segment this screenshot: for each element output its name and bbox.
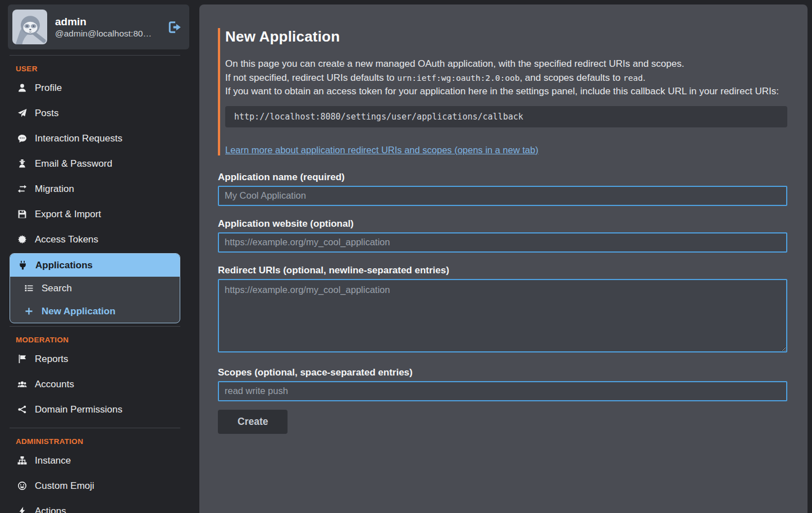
application-name-field: Application name (required): [218, 172, 787, 206]
section-label-user: USER: [16, 65, 190, 73]
intro-line-3: If you want to obtain an access token fo…: [225, 86, 779, 97]
sidebar-item-custom-emoji[interactable]: Custom Emoji: [0, 473, 190, 498]
applications-nav-group: Applications Search New Application: [10, 253, 180, 323]
sidebar-item-label: Email & Password: [35, 157, 112, 170]
sidebar-item-label: Access Tokens: [35, 233, 98, 246]
sidebar-divider: [10, 55, 180, 56]
sidebar-item-actions[interactable]: Actions: [0, 498, 190, 513]
sidebar-divider: [10, 428, 180, 428]
share-nodes-icon: [17, 405, 28, 414]
comment-dots-icon: [17, 134, 28, 143]
section-label-moderation: MODERATION: [16, 336, 190, 344]
users-icon: [17, 379, 28, 389]
learn-more-link[interactable]: Learn more about application redirect UR…: [225, 145, 539, 155]
sidebar-item-label: Profile: [35, 81, 62, 94]
scopes-field: Scopes (optional, space-separated entrie…: [218, 367, 787, 401]
sidebar-item-migration[interactable]: Migration: [0, 176, 190, 201]
user-handle: @admin@localhost:80…: [55, 29, 152, 39]
redirect-uris-label: Redirect URIs (optional, newline-separat…: [218, 265, 787, 276]
redirect-uris-field: Redirect URIs (optional, newline-separat…: [218, 265, 787, 355]
create-button[interactable]: Create: [218, 410, 288, 434]
user-display-name: admin: [55, 15, 152, 29]
sidebar-item-label: Accounts: [35, 378, 74, 391]
sidebar-item-label: Domain Permissions: [35, 403, 122, 416]
intro-line-2: If not specified, redirect URIs defaults…: [225, 72, 645, 83]
sidebar-item-label: Search: [42, 282, 72, 295]
application-name-input[interactable]: [218, 186, 787, 206]
application-website-label: Application website (optional): [218, 218, 787, 230]
settings-sidebar: admin @admin@localhost:80… USER Profile …: [0, 0, 190, 513]
floppy-disk-icon: [17, 209, 28, 219]
user-info: admin @admin@localhost:80…: [55, 15, 152, 39]
sidebar-item-interaction-requests[interactable]: Interaction Requests: [0, 126, 190, 151]
inline-code-oob: urn:ietf:wg:oauth:2.0:oob: [397, 74, 519, 83]
bolt-icon: [17, 506, 28, 513]
sidebar-divider: [10, 326, 180, 327]
smile-icon: [17, 481, 28, 491]
new-application-form: Application name (required) Application …: [218, 172, 787, 434]
user-secret-icon: [17, 159, 28, 168]
intro-paragraph: On this page you can create a new manage…: [225, 57, 787, 99]
sidebar-item-label: Actions: [35, 505, 66, 513]
sitemap-icon: [17, 456, 28, 465]
redirect-uris-textarea[interactable]: [218, 279, 787, 352]
sidebar-item-access-tokens[interactable]: Access Tokens: [0, 227, 190, 252]
sidebar-item-label: Migration: [35, 182, 74, 195]
sidebar-item-applications[interactable]: Applications: [10, 254, 180, 277]
sidebar-item-label: Reports: [35, 352, 69, 365]
intro-line-1: On this page you can create a new manage…: [225, 58, 684, 69]
flag-icon: [17, 354, 28, 364]
inline-code-read: read: [623, 74, 643, 83]
application-website-field: Application website (optional): [218, 218, 787, 253]
sidebar-item-label: Instance: [35, 454, 71, 467]
exchange-icon: [17, 184, 28, 194]
sidebar-item-label: Custom Emoji: [35, 479, 94, 492]
sidebar-item-label: Interaction Requests: [35, 132, 122, 145]
sidebar-item-label: New Application: [42, 305, 116, 318]
sloth-avatar-image: [12, 10, 47, 44]
sidebar-item-posts[interactable]: Posts: [0, 100, 190, 126]
callback-url-code-block: http://localhost:8080/settings/user/appl…: [225, 106, 787, 127]
paper-plane-icon: [17, 108, 28, 118]
list-icon: [24, 283, 34, 293]
page-title: New Application: [225, 28, 787, 45]
certificate-icon: [17, 235, 28, 244]
sidebar-item-label: Posts: [35, 107, 59, 120]
main-panel: New Application On this page you can cre…: [199, 4, 808, 513]
plug-icon: [17, 260, 28, 270]
sidebar-item-export-import[interactable]: Export & Import: [0, 201, 190, 227]
user-icon: [17, 83, 28, 93]
scopes-input[interactable]: [218, 381, 787, 401]
intro-block: New Application On this page you can cre…: [218, 28, 787, 155]
section-label-administration: ADMINISTRATION: [16, 437, 190, 446]
application-name-label: Application name (required): [218, 172, 787, 183]
sign-out-icon[interactable]: [167, 20, 181, 34]
sidebar-item-label: Applications: [35, 259, 93, 272]
scopes-label: Scopes (optional, space-separated entrie…: [218, 367, 787, 378]
sidebar-item-domain-permissions[interactable]: Domain Permissions: [0, 397, 190, 422]
sidebar-item-applications-search[interactable]: Search: [10, 277, 180, 300]
sidebar-item-accounts[interactable]: Accounts: [0, 372, 190, 397]
plus-icon: [24, 306, 34, 316]
sidebar-item-new-application[interactable]: New Application: [10, 300, 180, 323]
user-card[interactable]: admin @admin@localhost:80…: [8, 4, 189, 49]
sidebar-item-profile[interactable]: Profile: [0, 75, 190, 100]
avatar: [12, 10, 47, 44]
sidebar-item-email-password[interactable]: Email & Password: [0, 151, 190, 176]
sidebar-item-reports[interactable]: Reports: [0, 346, 190, 372]
application-website-input[interactable]: [218, 232, 787, 253]
sidebar-item-instance[interactable]: Instance: [0, 448, 190, 473]
sidebar-item-label: Export & Import: [35, 208, 101, 221]
